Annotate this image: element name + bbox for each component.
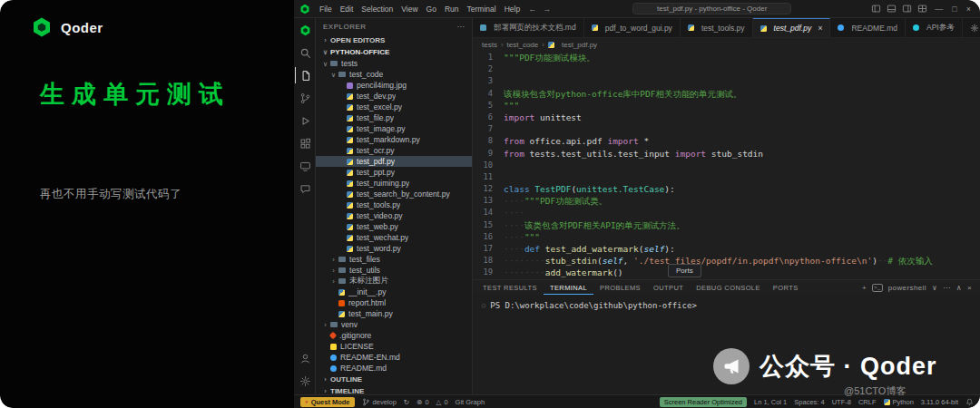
tree-item[interactable]: ›test_files bbox=[316, 254, 472, 265]
tree-item[interactable]: test_video.py bbox=[316, 210, 472, 221]
editor-tab[interactable]: 部署网页的技术文档.md bbox=[473, 18, 584, 37]
tree-item[interactable]: test_main.py bbox=[316, 308, 472, 319]
forward-icon[interactable]: → bbox=[541, 5, 553, 14]
tree-item[interactable]: pencil4img.jpg bbox=[316, 80, 472, 91]
menu-selection[interactable]: Selection bbox=[358, 5, 397, 14]
toggle-sidebar-icon[interactable] bbox=[871, 4, 881, 14]
breadcrumb-item[interactable]: test_code bbox=[507, 41, 539, 49]
language-mode[interactable]: Python bbox=[884, 398, 914, 406]
qoder-icon[interactable] bbox=[295, 22, 315, 38]
customize-layout-icon[interactable] bbox=[917, 4, 927, 14]
outline-section[interactable]: › OUTLINE bbox=[316, 374, 472, 385]
open-editors-section[interactable]: › OPEN EDITORS bbox=[316, 34, 472, 46]
panel-tab-ports[interactable]: PORTS bbox=[767, 280, 805, 295]
cursor-position[interactable]: Ln 1, Col 1 bbox=[754, 398, 787, 406]
editor-tab[interactable]: pdf_to_word_gui.py bbox=[584, 18, 681, 37]
menu-run[interactable]: Run bbox=[441, 5, 463, 14]
menu-go[interactable]: Go bbox=[423, 5, 440, 14]
panel-more-icon[interactable]: ⋯ bbox=[943, 284, 950, 292]
folder-file-icon bbox=[338, 257, 346, 262]
tree-item[interactable]: test_web.py bbox=[316, 221, 472, 232]
quest-mode-badge[interactable]: ●Quest Mode bbox=[300, 397, 355, 407]
maximize-panel-icon[interactable]: ∧ bbox=[956, 284, 962, 292]
editor-tab[interactable]: test_tools.py bbox=[681, 18, 753, 37]
source-control-icon[interactable] bbox=[295, 90, 315, 106]
window-title[interactable]: test_pdf.py - python-office - Qoder bbox=[632, 3, 791, 15]
errors[interactable]: ⊗0 bbox=[416, 398, 428, 406]
editor-tab[interactable]: test_pdf.py× bbox=[753, 18, 831, 37]
tree-item[interactable]: .gitignore bbox=[316, 330, 472, 341]
close-window-icon[interactable]: × bbox=[965, 5, 973, 14]
tree-item[interactable]: LICENSE bbox=[316, 341, 472, 352]
back-icon[interactable]: ← bbox=[526, 5, 538, 14]
settings-icon[interactable] bbox=[295, 373, 315, 389]
menu-edit[interactable]: Edit bbox=[337, 5, 358, 14]
panel-tab-terminal[interactable]: TERMINAL bbox=[544, 280, 593, 295]
tree-item[interactable]: ›test_utils bbox=[316, 265, 472, 276]
tree-item[interactable]: test_search_by_content.py bbox=[316, 189, 472, 199]
close-icon[interactable]: × bbox=[818, 24, 822, 33]
toggle-secondary-sidebar-icon[interactable] bbox=[902, 4, 912, 14]
panel-tab-test-results[interactable]: TEST RESULTS bbox=[476, 280, 544, 295]
tree-item[interactable]: README-EN.md bbox=[316, 352, 472, 363]
explorer-icon[interactable] bbox=[295, 67, 315, 83]
encoding[interactable]: UTF-8 bbox=[832, 398, 851, 406]
tree-item[interactable]: test_excel.py bbox=[316, 102, 472, 112]
tree-item[interactable]: test_tools.py bbox=[316, 199, 472, 210]
tree-item[interactable]: ∨test_code bbox=[316, 69, 472, 80]
remote-explorer-icon[interactable] bbox=[295, 158, 315, 174]
tree-item[interactable]: test_pdf.py bbox=[316, 156, 472, 167]
tree-item[interactable]: test_ppt.py bbox=[316, 167, 472, 178]
git-branch[interactable]: develop bbox=[362, 398, 397, 406]
breadcrumb-item[interactable]: tests bbox=[482, 41, 497, 49]
search-icon[interactable] bbox=[295, 44, 315, 61]
editor-tab[interactable]: API参考 bbox=[906, 18, 963, 37]
tree-item[interactable]: test_ruiming.py bbox=[316, 178, 472, 189]
tree-item[interactable]: test_ocr.py bbox=[316, 145, 472, 156]
notifications[interactable] bbox=[965, 398, 974, 406]
minimize-icon[interactable]: — bbox=[933, 5, 945, 14]
menu-file[interactable]: File bbox=[316, 5, 336, 14]
menu-help[interactable]: Help bbox=[501, 5, 524, 14]
toggle-panel-icon[interactable] bbox=[887, 4, 897, 14]
run-debug-icon[interactable] bbox=[295, 112, 315, 129]
eol[interactable]: CRLF bbox=[858, 398, 877, 406]
shell-name[interactable]: powershell bbox=[888, 284, 926, 292]
tree-item[interactable]: README.md bbox=[316, 363, 472, 374]
tree-item[interactable]: report.html bbox=[316, 297, 472, 308]
chevron-down-icon[interactable]: ∨ bbox=[932, 284, 937, 292]
git-graph[interactable]: Git Graph bbox=[456, 398, 485, 406]
tree-item[interactable]: test_markdown.py bbox=[316, 134, 472, 145]
menu-view[interactable]: View bbox=[397, 5, 421, 14]
tree-item[interactable]: ›未标注图片 bbox=[316, 276, 472, 287]
code-editor[interactable]: 1"""PDF功能测试模块。234该模块包含对python-office库中PD… bbox=[473, 51, 980, 279]
indentation[interactable]: Spaces: 4 bbox=[794, 398, 824, 406]
sync-changes[interactable]: ↻ bbox=[404, 398, 409, 406]
extensions-icon[interactable] bbox=[295, 135, 315, 151]
breadcrumb-item[interactable]: test_pdf.py bbox=[562, 41, 597, 49]
tree-item[interactable]: test_wechat.py bbox=[316, 232, 472, 243]
qoder-settings-icon[interactable] bbox=[970, 24, 979, 33]
close-panel-icon[interactable]: × bbox=[967, 284, 972, 292]
maximize-icon[interactable]: □ bbox=[950, 5, 958, 14]
new-terminal-icon[interactable]: + bbox=[862, 284, 867, 292]
menu-terminal[interactable]: Terminal bbox=[464, 5, 500, 14]
editor-tab[interactable]: README.md bbox=[830, 18, 906, 37]
tree-item[interactable]: __init__.py bbox=[316, 287, 472, 297]
tree-item[interactable]: ∨tests bbox=[316, 58, 472, 69]
project-root[interactable]: ∨ PYTHON-OFFICE bbox=[316, 46, 472, 58]
python-interpreter[interactable]: 3.11.0 64-bit bbox=[921, 398, 958, 406]
tree-item[interactable]: ›venv bbox=[316, 319, 472, 330]
more-actions-icon[interactable]: ⋯ bbox=[457, 23, 466, 31]
panel-tab-output[interactable]: OUTPUT bbox=[647, 280, 690, 295]
warnings[interactable]: △0 bbox=[436, 398, 448, 406]
account-icon[interactable] bbox=[295, 350, 315, 366]
tree-item[interactable]: test_file.py bbox=[316, 112, 472, 123]
chat-icon[interactable] bbox=[295, 180, 315, 197]
tree-item[interactable]: test_dev.py bbox=[316, 91, 472, 102]
screen-reader-badge[interactable]: Screen Reader Optimized bbox=[660, 397, 747, 407]
tree-item[interactable]: test_word.py bbox=[316, 243, 472, 254]
panel-tab-problems[interactable]: PROBLEMS bbox=[593, 280, 647, 295]
panel-tab-debug-console[interactable]: DEBUG CONSOLE bbox=[690, 280, 767, 295]
tree-item[interactable]: test_image.py bbox=[316, 123, 472, 134]
